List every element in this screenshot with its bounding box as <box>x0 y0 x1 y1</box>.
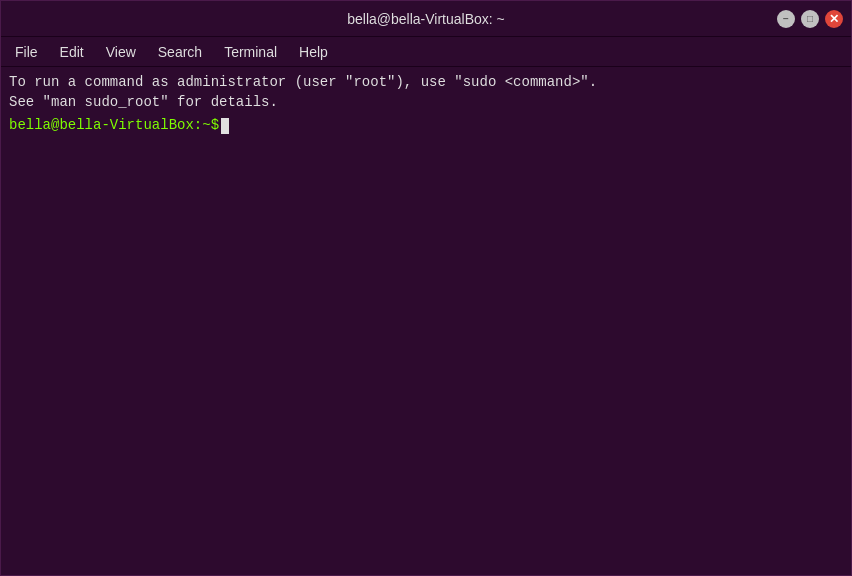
menu-search[interactable]: Search <box>148 40 212 64</box>
terminal-content[interactable]: To run a command as administrator (user … <box>1 67 851 575</box>
maximize-button[interactable]: □ <box>801 10 819 28</box>
title-bar: bella@bella-VirtualBox: ~ − □ ✕ <box>1 1 851 37</box>
info-line-2: See "man sudo_root" for details. <box>9 93 843 113</box>
prompt-line: bella@bella-VirtualBox:~$ <box>9 116 843 136</box>
minimize-button[interactable]: − <box>777 10 795 28</box>
menu-edit[interactable]: Edit <box>50 40 94 64</box>
menu-view[interactable]: View <box>96 40 146 64</box>
cursor <box>221 118 229 134</box>
menu-help[interactable]: Help <box>289 40 338 64</box>
menu-terminal[interactable]: Terminal <box>214 40 287 64</box>
close-button[interactable]: ✕ <box>825 10 843 28</box>
window-controls: − □ ✕ <box>777 10 843 28</box>
window-title: bella@bella-VirtualBox: ~ <box>347 11 505 27</box>
menu-bar: File Edit View Search Terminal Help <box>1 37 851 67</box>
menu-file[interactable]: File <box>5 40 48 64</box>
info-line-1: To run a command as administrator (user … <box>9 73 843 93</box>
terminal-window: bella@bella-VirtualBox: ~ − □ ✕ File Edi… <box>0 0 852 576</box>
prompt-user-host: bella@bella-VirtualBox:~$ <box>9 116 219 136</box>
